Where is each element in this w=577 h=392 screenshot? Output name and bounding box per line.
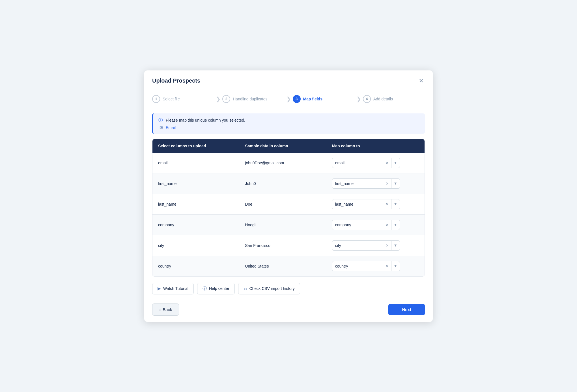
sample-data: Hoogli: [245, 223, 332, 227]
map-select-actions: ✕ ▼: [383, 241, 400, 250]
step-arrow-1: ❯: [216, 96, 221, 102]
steps-bar: 1 Select file ❯ 2 Handling duplicates ❯ …: [144, 90, 433, 108]
step-map-fields: 3 Map fields: [293, 95, 355, 103]
step-1-label: Select file: [163, 97, 180, 101]
map-select-actions: ✕ ▼: [383, 199, 400, 209]
video-icon: ▶: [158, 286, 161, 291]
help-center-button[interactable]: ⓘ Help center: [197, 283, 235, 294]
col-name: last_name: [158, 202, 245, 206]
map-select-email[interactable]: email ✕ ▼: [332, 158, 400, 168]
document-icon: ☶: [244, 286, 247, 291]
table-row: first_name John0 first_name ✕ ▼: [152, 173, 425, 194]
next-label: Next: [402, 307, 411, 312]
map-dropdown-button[interactable]: ▼: [391, 241, 400, 250]
col-header-2: Sample data in column: [245, 144, 332, 148]
footer-actions: ▶ Watch Tutorial ⓘ Help center ☶ Check C…: [144, 277, 433, 299]
back-label: Back: [163, 307, 172, 312]
sample-data: United States: [245, 264, 332, 268]
close-button[interactable]: ✕: [417, 77, 425, 85]
email-icon: ✉: [160, 125, 163, 130]
map-clear-button[interactable]: ✕: [383, 220, 391, 230]
map-clear-button[interactable]: ✕: [383, 261, 391, 271]
step-4-circle: 4: [363, 95, 371, 103]
sample-data: San Francisco: [245, 243, 332, 248]
help-icon: ⓘ: [203, 286, 207, 291]
col-name: company: [158, 223, 245, 227]
sample-data: Doe: [245, 202, 332, 206]
mapping-table: Select columns to upload Sample data in …: [152, 139, 425, 277]
watch-tutorial-button[interactable]: ▶ Watch Tutorial: [152, 283, 194, 294]
map-dropdown-button[interactable]: ▼: [391, 199, 400, 209]
map-select-actions: ✕ ▼: [383, 158, 400, 168]
map-value: last_name: [332, 199, 383, 209]
map-select-country[interactable]: country ✕ ▼: [332, 261, 400, 271]
map-dropdown-button[interactable]: ▼: [391, 158, 400, 168]
back-button[interactable]: ‹ Back: [152, 303, 179, 316]
map-dropdown-button[interactable]: ▼: [391, 261, 400, 271]
step-1-circle: 1: [152, 95, 160, 103]
map-clear-button[interactable]: ✕: [383, 199, 391, 209]
table-header: Select columns to upload Sample data in …: [152, 139, 425, 153]
map-value: email: [332, 158, 383, 168]
info-icon: ⓘ: [158, 117, 163, 123]
notice-text: Please map this unique column you select…: [166, 118, 245, 122]
map-select-company[interactable]: company ✕ ▼: [332, 220, 400, 230]
csv-history-button[interactable]: ☶ Check CSV import history: [238, 283, 300, 294]
map-value: company: [332, 220, 383, 230]
step-4-label: Add details: [373, 97, 393, 101]
map-select-last-name[interactable]: last_name ✕ ▼: [332, 199, 400, 209]
map-value: first_name: [332, 178, 383, 189]
table-row: country United States country ✕ ▼: [152, 256, 425, 276]
map-value: country: [332, 261, 383, 271]
map-select-actions: ✕ ▼: [383, 220, 400, 230]
nav-footer: ‹ Back Next: [144, 299, 433, 322]
table-row: company Hoogli company ✕ ▼: [152, 215, 425, 235]
help-center-label: Help center: [209, 286, 229, 291]
step-select-file: 1 Select file: [152, 95, 214, 103]
modal-header: Upload Prospects ✕: [144, 70, 433, 90]
modal-title: Upload Prospects: [152, 77, 200, 84]
csv-history-label: Check CSV import history: [249, 286, 295, 291]
col-name: city: [158, 243, 245, 248]
step-3-label: Map fields: [303, 97, 322, 101]
step-handling-duplicates: 2 Handling duplicates: [222, 95, 284, 103]
notice-email-label: Email: [166, 125, 176, 130]
step-2-circle: 2: [222, 95, 230, 103]
col-name: first_name: [158, 181, 245, 186]
map-select-actions: ✕ ▼: [383, 261, 400, 271]
notice-bar: ⓘ Please map this unique column you sele…: [152, 113, 425, 134]
step-3-circle: 3: [293, 95, 301, 103]
map-select-actions: ✕ ▼: [383, 179, 400, 188]
col-header-3: Map column to: [332, 144, 419, 148]
notice-message-row: ⓘ Please map this unique column you sele…: [158, 117, 420, 123]
map-select-first-name[interactable]: first_name ✕ ▼: [332, 178, 400, 189]
notice-email-row: ✉ Email: [158, 125, 420, 130]
table-body: email john0Doe@gmail.com email ✕ ▼ first…: [152, 153, 425, 276]
sample-data: john0Doe@gmail.com: [245, 161, 332, 165]
map-clear-button[interactable]: ✕: [383, 158, 391, 168]
step-arrow-3: ❯: [356, 96, 361, 102]
col-name: email: [158, 161, 245, 165]
upload-prospects-modal: Upload Prospects ✕ 1 Select file ❯ 2 Han…: [144, 70, 433, 322]
table-row: email john0Doe@gmail.com email ✕ ▼: [152, 153, 425, 173]
map-dropdown-button[interactable]: ▼: [391, 220, 400, 230]
step-2-label: Handling duplicates: [233, 97, 267, 101]
watch-tutorial-label: Watch Tutorial: [163, 286, 188, 291]
next-button[interactable]: Next: [388, 304, 425, 315]
map-value: city: [332, 240, 383, 251]
step-arrow-2: ❯: [286, 96, 291, 102]
back-arrow-icon: ‹: [159, 307, 161, 312]
step-add-details: 4 Add details: [363, 95, 425, 103]
table-row: city San Francisco city ✕ ▼: [152, 235, 425, 256]
map-clear-button[interactable]: ✕: [383, 179, 391, 188]
table-row: last_name Doe last_name ✕ ▼: [152, 194, 425, 215]
map-clear-button[interactable]: ✕: [383, 241, 391, 250]
map-select-city[interactable]: city ✕ ▼: [332, 240, 400, 251]
sample-data: John0: [245, 181, 332, 186]
map-dropdown-button[interactable]: ▼: [391, 179, 400, 188]
col-name: country: [158, 264, 245, 268]
col-header-1: Select columns to upload: [158, 144, 245, 148]
